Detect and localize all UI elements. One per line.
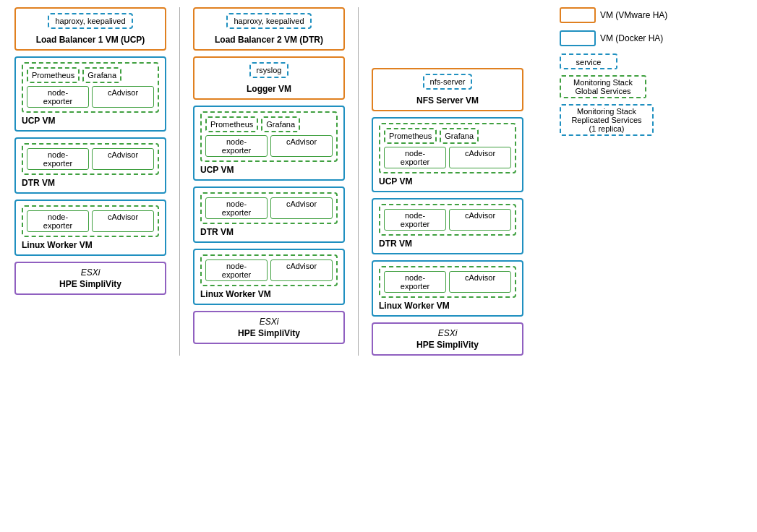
- nfs-label: NFS Server VM: [379, 95, 516, 106]
- col3-ucp-top-row: Prometheus Grafana: [384, 128, 511, 144]
- legend-docker-ha: VM (Docker HA): [560, 30, 663, 46]
- col2-dtr-node-exporter: node-exporter: [205, 197, 268, 219]
- col1-dtr-group: node-exporter cAdvisor: [22, 143, 159, 175]
- col2-worker-vm: node-exporter cAdvisor Linux Worker VM: [193, 249, 345, 305]
- lb2-title: Load Balancer 2 VM (DTR): [200, 35, 338, 45]
- col2-dtr-group: node-exporter cAdvisor: [200, 192, 338, 224]
- col3-dtr-cadvisor: cAdvisor: [449, 209, 511, 231]
- col1-worker-node-exporter: node-exporter: [27, 210, 89, 232]
- col1-worker-group: node-exporter cAdvisor: [22, 205, 159, 237]
- col3-node-exporter: node-exporter: [384, 147, 446, 168]
- legend-monitoring-global: Monitoring StackGlobal Services: [560, 75, 646, 98]
- col2-dtr-vm: node-exporter cAdvisor DTR VM: [193, 186, 345, 243]
- col1-ucp-monitoring: Prometheus Grafana node-exporter cAdviso…: [22, 62, 159, 113]
- legend-vmware-ha-label: VM (VMware HA): [600, 10, 667, 20]
- col3-worker-row: node-exporter cAdvisor: [384, 271, 511, 293]
- column-2: haproxy, keepalived Load Balancer 2 VM (…: [186, 7, 352, 356]
- col2-ucp-monitoring: Prometheus Grafana node-exporter cAdviso…: [200, 111, 338, 162]
- col1-cadvisor: cAdvisor: [92, 86, 154, 108]
- lb2-vm: haproxy, keepalived Load Balancer 2 VM (…: [193, 7, 345, 51]
- col3-ucp-label: UCP VM: [379, 176, 516, 186]
- col1-worker-vm: node-exporter cAdvisor Linux Worker VM: [14, 200, 166, 256]
- col1-dtr-vm: node-exporter cAdvisor DTR VM: [14, 137, 166, 194]
- lb1-vm: haproxy, keepalived Load Balancer 1 VM (…: [14, 7, 166, 51]
- col1-worker-label: Linux Worker VM: [22, 240, 159, 250]
- col2-worker-row: node-exporter cAdvisor: [205, 259, 333, 281]
- col3-cadvisor: cAdvisor: [449, 147, 511, 168]
- col1-worker-row: node-exporter cAdvisor: [27, 210, 154, 232]
- col1-esxi-text: ESXi: [22, 267, 159, 278]
- lb1-title: Load Balancer 1 VM (UCP): [22, 35, 159, 45]
- col2-grafana: Grafana: [261, 116, 300, 132]
- col1-hpe-text: HPE SimpliVity: [22, 279, 159, 289]
- col1-esxi-vm: ESXi HPE SimpliVity: [14, 262, 166, 295]
- col3-prometheus: Prometheus: [384, 128, 437, 144]
- col3-worker-group: node-exporter cAdvisor: [379, 266, 516, 298]
- col2-dtr-row: node-exporter cAdvisor: [205, 197, 333, 219]
- separator-1: [179, 7, 180, 356]
- col1-dtr-row: node-exporter cAdvisor: [27, 148, 154, 170]
- column-3: nfs-server NFS Server VM Prometheus Graf…: [364, 7, 531, 356]
- legend: VM (VMware HA) VM (Docker HA) service Mo…: [560, 7, 690, 356]
- spacer-right: [531, 7, 545, 356]
- col2-hpe-text: HPE SimpliVity: [200, 328, 338, 338]
- logger-vm: rsyslog Logger VM: [193, 56, 345, 100]
- col3-worker-cadvisor: cAdvisor: [449, 271, 511, 293]
- col2-esxi-text: ESXi: [200, 317, 338, 327]
- col1-worker-cadvisor: cAdvisor: [92, 210, 154, 232]
- col2-cadvisor: cAdvisor: [270, 135, 333, 157]
- col1-dtr-label: DTR VM: [22, 178, 159, 188]
- col1-ucp-bottom-row: node-exporter cAdvisor: [27, 86, 154, 108]
- col3-hpe-text: HPE SimpliVity: [379, 340, 516, 350]
- col2-worker-group: node-exporter cAdvisor: [200, 254, 338, 286]
- legend-monitoring-rep: Monitoring StackReplicated Services(1 re…: [560, 104, 654, 136]
- col2-ucp-label: UCP VM: [200, 165, 338, 175]
- col3-worker-node-exporter: node-exporter: [384, 271, 446, 293]
- col2-ucp-bottom-row: node-exporter cAdvisor: [205, 135, 333, 157]
- col3-dtr-group: node-exporter cAdvisor: [379, 204, 516, 236]
- col3-dtr-label: DTR VM: [379, 239, 516, 249]
- col3-spacer: [372, 7, 523, 62]
- logger-service: rsyslog: [249, 62, 289, 78]
- col3-dtr-node-exporter: node-exporter: [384, 209, 446, 231]
- col1-prometheus: Prometheus: [27, 67, 80, 83]
- col3-esxi-vm: ESXi HPE SimpliVity: [372, 322, 523, 356]
- col3-ucp-bottom-row: node-exporter cAdvisor: [384, 147, 511, 168]
- legend-docker-ha-box: [560, 30, 596, 46]
- diagram: haproxy, keepalived Load Balancer 1 VM (…: [0, 0, 757, 363]
- col2-node-exporter: node-exporter: [205, 135, 268, 157]
- col2-worker-cadvisor: cAdvisor: [270, 259, 333, 281]
- col3-esxi-text: ESXi: [379, 328, 516, 338]
- col3-ucp-monitoring: Prometheus Grafana node-exporter cAdviso…: [379, 123, 516, 173]
- col3-dtr-row: node-exporter cAdvisor: [384, 209, 511, 231]
- legend-docker-ha-label: VM (Docker HA): [600, 33, 663, 43]
- col2-esxi-vm: ESXi HPE SimpliVity: [193, 311, 345, 344]
- col2-ucp-vm: Prometheus Grafana node-exporter cAdviso…: [193, 106, 345, 181]
- col3-grafana: Grafana: [440, 128, 479, 144]
- col1-dtr-cadvisor: cAdvisor: [92, 148, 154, 170]
- column-1: haproxy, keepalived Load Balancer 1 VM (…: [7, 7, 174, 356]
- col1-dtr-node-exporter: node-exporter: [27, 148, 89, 170]
- col2-worker-node-exporter: node-exporter: [205, 259, 268, 281]
- lb1-service: haproxy, keepalived: [48, 13, 132, 29]
- nfs-vm: nfs-server NFS Server VM: [372, 68, 523, 111]
- legend-service-box: service: [560, 53, 617, 69]
- col2-worker-label: Linux Worker VM: [200, 289, 338, 299]
- legend-vmware-ha-box: [560, 7, 596, 23]
- col2-dtr-label: DTR VM: [200, 227, 338, 237]
- nfs-service: nfs-server: [423, 74, 473, 90]
- legend-vmware-ha: VM (VMware HA): [560, 7, 667, 23]
- separator-2: [358, 7, 359, 356]
- col2-ucp-top-row: Prometheus Grafana: [205, 116, 333, 132]
- lb2-service: haproxy, keepalived: [226, 13, 311, 29]
- logger-label: Logger VM: [200, 84, 338, 94]
- col1-ucp-top-row: Prometheus Grafana: [27, 67, 154, 83]
- col1-node-exporter: node-exporter: [27, 86, 89, 108]
- col1-ucp-label: UCP VM: [22, 116, 159, 126]
- col3-dtr-vm: node-exporter cAdvisor DTR VM: [372, 198, 523, 254]
- col3-worker-label: Linux Worker VM: [379, 301, 516, 311]
- col2-dtr-cadvisor: cAdvisor: [270, 197, 333, 219]
- col3-ucp-vm: Prometheus Grafana node-exporter cAdviso…: [372, 117, 523, 192]
- col1-ucp-vm: Prometheus Grafana node-exporter cAdviso…: [14, 56, 166, 132]
- col3-worker-vm: node-exporter cAdvisor Linux Worker VM: [372, 260, 523, 317]
